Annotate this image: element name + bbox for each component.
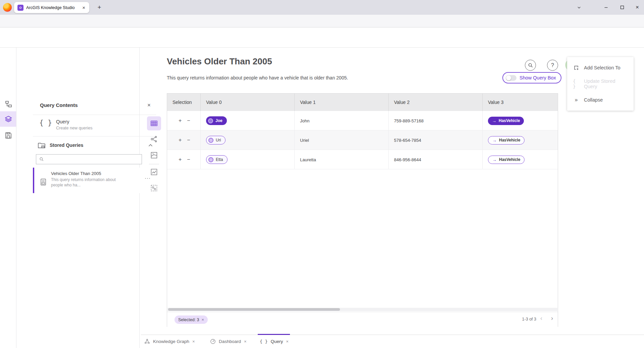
remove-from-selection-icon[interactable]: − bbox=[187, 157, 190, 163]
selected-indicator bbox=[33, 168, 34, 193]
search-button[interactable] bbox=[525, 60, 536, 71]
add-to-selection-icon[interactable]: + bbox=[179, 118, 182, 124]
help-button[interactable]: ? bbox=[547, 60, 558, 71]
stored-query-item[interactable]: Vehicles Older Than 2005 This query retu… bbox=[33, 168, 156, 193]
dashboard-gauge-icon bbox=[210, 339, 216, 344]
stored-queries-search-input[interactable] bbox=[36, 154, 142, 164]
tab-close-icon[interactable]: × bbox=[82, 5, 86, 10]
add-to-selection-icon[interactable]: + bbox=[179, 137, 182, 143]
add-to-selection-icon[interactable]: + bbox=[179, 157, 182, 163]
table-row[interactable]: + − Uri Uriel 578-654-7854 →HasVehicle bbox=[167, 130, 558, 150]
page-title: Vehicles Older Than 2005 bbox=[167, 56, 272, 67]
minimize-icon[interactable] bbox=[602, 4, 610, 11]
window-close-icon[interactable]: × bbox=[633, 4, 642, 11]
braces-icon: { } bbox=[39, 119, 52, 127]
column-header[interactable]: Value 3 bbox=[483, 94, 558, 111]
sitemap-icon[interactable] bbox=[5, 100, 12, 108]
stored-query-title: Vehicles Older Than 2005 bbox=[51, 171, 101, 176]
tab-close-icon[interactable]: × bbox=[286, 339, 289, 344]
panel-close-icon[interactable]: × bbox=[147, 102, 151, 109]
show-query-box-toggle[interactable]: Show Query Box bbox=[502, 72, 561, 83]
cell-value[interactable]: John bbox=[295, 111, 389, 130]
arcgis-knowledge-icon bbox=[17, 5, 23, 11]
menu-item-add-selection-to[interactable]: Add Selection To bbox=[567, 60, 634, 76]
remove-from-selection-icon[interactable]: − bbox=[187, 137, 190, 143]
stored-query-description: This query returns information about peo… bbox=[51, 177, 120, 188]
maximize-icon[interactable] bbox=[618, 4, 627, 11]
save-icon[interactable] bbox=[5, 132, 12, 139]
toggle-label: Show Query Box bbox=[519, 75, 556, 80]
table-header-row: Selection Value 0 Value 1 Value 2 Value … bbox=[167, 94, 558, 111]
table-row[interactable]: + − Etta Lauretta 846-956-8644 →HasVehic… bbox=[167, 150, 558, 169]
chart-view-icon[interactable] bbox=[150, 168, 158, 176]
table-row[interactable]: + − Joe John 759-889-57168 →HasVehicle bbox=[167, 111, 558, 130]
query-contents-panel: Query Contents × { } Query Create new qu… bbox=[16, 48, 140, 348]
toggle-switch[interactable] bbox=[506, 75, 516, 81]
selection-view-icon[interactable] bbox=[150, 184, 158, 192]
arrow-right-icon: → bbox=[492, 118, 496, 123]
tab-close-icon[interactable]: × bbox=[244, 339, 247, 344]
entity-dot-icon bbox=[208, 118, 213, 123]
remove-from-selection-icon[interactable]: − bbox=[187, 118, 190, 124]
app-header: Certification Project ? PL publisher2 la… bbox=[0, 27, 644, 48]
menu-item-update-stored-query[interactable]: { } Update Stored Query bbox=[567, 76, 634, 92]
tab-dashboard[interactable]: Dashboard × bbox=[210, 335, 247, 348]
column-header[interactable]: Selection bbox=[167, 94, 201, 111]
page-description: This query returns information about peo… bbox=[167, 75, 348, 80]
browser-tab-bar: ArcGIS Knowledge Studio × + × bbox=[0, 0, 644, 15]
relationship-pill[interactable]: →HasVehicle bbox=[488, 136, 525, 144]
entity-pill[interactable]: Etta bbox=[206, 155, 228, 164]
scrollbar-thumb[interactable] bbox=[168, 308, 340, 311]
stored-queries-folder-icon bbox=[38, 142, 46, 149]
arrow-right-icon: → bbox=[492, 157, 497, 162]
cell-value[interactable]: 578-654-7854 bbox=[389, 130, 483, 150]
left-rail: » bbox=[0, 48, 16, 348]
browser-tab[interactable]: ArcGIS Knowledge Studio × bbox=[14, 2, 89, 13]
entity-pill[interactable]: Uri bbox=[206, 136, 226, 144]
page-next-icon[interactable]: › bbox=[551, 315, 553, 322]
table-view-icon[interactable] bbox=[150, 120, 158, 127]
entity-dot-icon bbox=[208, 157, 213, 162]
knowledge-graph-icon bbox=[144, 339, 150, 344]
tab-close-icon[interactable]: × bbox=[192, 339, 195, 344]
link-chart-icon[interactable] bbox=[150, 135, 158, 143]
firefox-icon[interactable] bbox=[3, 3, 12, 12]
context-menu: Add Selection To { } Update Stored Query… bbox=[567, 57, 634, 111]
menu-item-collapse[interactable]: » Collapse bbox=[567, 92, 634, 108]
new-tab-button[interactable]: + bbox=[95, 3, 103, 11]
table-footer: Selected: 3 × 1-3 of 3 ‹ › bbox=[167, 312, 558, 327]
selected-count-chip[interactable]: Selected: 3 × bbox=[175, 315, 208, 324]
braces-icon: { } bbox=[573, 78, 580, 89]
item-options-icon[interactable]: ··· bbox=[145, 175, 151, 181]
clear-selection-icon[interactable]: × bbox=[202, 317, 204, 322]
relationship-pill[interactable]: →HasVehicle bbox=[488, 156, 525, 164]
collapse-chevrons-icon: » bbox=[573, 97, 580, 103]
column-header[interactable]: Value 0 bbox=[201, 94, 295, 111]
horizontal-scrollbar[interactable] bbox=[167, 308, 557, 311]
map-view-icon[interactable] bbox=[150, 152, 158, 159]
layers-icon[interactable] bbox=[5, 115, 12, 123]
results-table: Selection Value 0 Value 1 Value 2 Value … bbox=[167, 93, 558, 327]
cell-value[interactable]: 846-956-8644 bbox=[389, 150, 483, 169]
tab-knowledge-graph[interactable]: Knowledge Graph × bbox=[144, 335, 195, 348]
collapse-section-chevron-icon[interactable] bbox=[148, 144, 153, 147]
entity-pill[interactable]: Joe bbox=[206, 116, 227, 125]
query-item-title: Query bbox=[56, 119, 69, 124]
column-header[interactable]: Value 2 bbox=[389, 94, 483, 111]
cell-value[interactable]: 759-889-57168 bbox=[389, 111, 483, 130]
arrow-right-icon: → bbox=[492, 138, 497, 143]
page-prev-icon[interactable]: ‹ bbox=[540, 315, 542, 322]
braces-icon: { } bbox=[260, 339, 267, 344]
query-item-subtitle: Create new queries bbox=[56, 126, 92, 130]
cell-value[interactable]: Lauretta bbox=[295, 150, 389, 169]
column-header[interactable]: Value 1 bbox=[295, 94, 389, 111]
browser-url-bar: ← → https://dev0028833.esri.com/portal/a… bbox=[0, 15, 644, 27]
relationship-pill[interactable]: →HasVehicle bbox=[488, 117, 524, 125]
tab-query[interactable]: { } Query × bbox=[260, 335, 289, 348]
stored-queries-header[interactable]: Stored Queries bbox=[50, 142, 83, 148]
tab-title: ArcGIS Knowledge Studio bbox=[26, 5, 79, 10]
pagination-range: 1-3 of 3 bbox=[509, 317, 536, 322]
cell-value[interactable]: Uriel bbox=[295, 130, 389, 150]
add-selection-icon bbox=[573, 65, 580, 71]
list-tabs-icon[interactable] bbox=[575, 4, 583, 11]
